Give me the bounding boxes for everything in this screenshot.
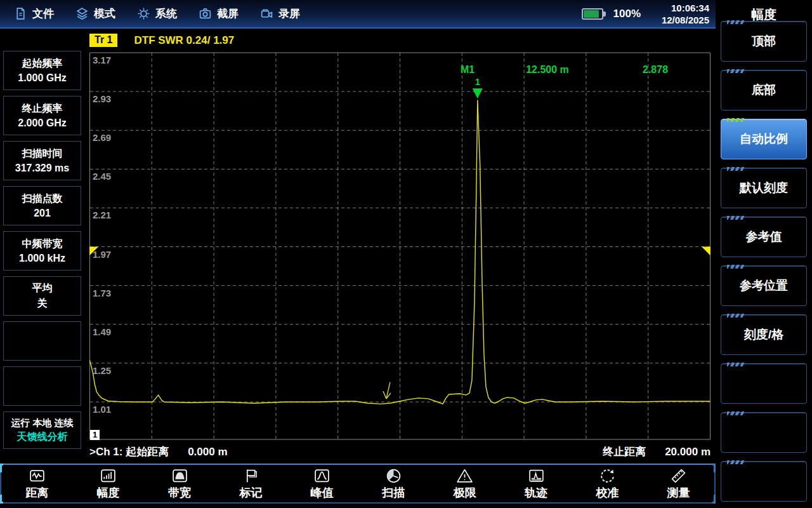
function-toolbar: 距离幅度带宽标记峰值扫描极限轨迹校准测量: [0, 464, 716, 504]
menu-截屏[interactable]: 截屏: [199, 6, 239, 21]
tool-极限[interactable]: 极限: [429, 465, 500, 502]
y-axis-label: 1.97: [93, 249, 111, 260]
softkey-stripes: [727, 20, 745, 24]
peak-icon: [313, 467, 331, 485]
menu-模式[interactable]: 模式: [75, 6, 115, 21]
clock: 10:06:34 12/08/2025: [648, 2, 709, 26]
param-label: 平均: [32, 282, 53, 295]
calibrate-icon: [599, 467, 616, 485]
param-label: 起始频率: [22, 57, 63, 70]
top-menu-bar: 文件模式系统截屏录屏 100% 10:06:34 12/08/2025: [0, 0, 716, 29]
softkey-label: 自动比例: [740, 131, 788, 147]
tool-测量[interactable]: 测量: [643, 465, 714, 502]
camera-icon: [199, 7, 212, 20]
menu-label: 录屏: [278, 6, 300, 21]
softkey-empty[interactable]: [721, 412, 807, 453]
tool-label: 轨迹: [525, 485, 547, 500]
param-box[interactable]: 终止频率2.000 GHz: [3, 96, 81, 135]
analyzer-screen: 文件模式系统截屏录屏 100% 10:06:34 12/08/2025 起始频率…: [0, 0, 812, 508]
param-box[interactable]: 起始频率1.000 GHz: [3, 51, 81, 90]
tool-label: 标记: [239, 485, 262, 500]
distance-icon: [29, 467, 46, 485]
trace-badge: Tr 1: [89, 34, 117, 47]
chart-canvas: [89, 52, 710, 440]
menu-label: 系统: [155, 6, 177, 21]
parameter-panel: 起始频率1.000 GHz终止频率2.000 GHz扫描时间317.329 ms…: [3, 51, 81, 449]
tool-距离[interactable]: 距离: [1, 465, 72, 502]
menu-label: 模式: [94, 6, 115, 21]
y-axis-label: 2.45: [93, 171, 111, 182]
y-axis-label: 2.93: [93, 93, 111, 104]
battery-icon: [582, 8, 606, 20]
softkey-stripes: [727, 411, 745, 415]
softkey-panel: 幅度 顶部底部自动比例默认刻度参考值参考位置刻度/格: [716, 0, 812, 508]
marker-distance: 12.500 m: [516, 64, 579, 76]
param-box[interactable]: 中频带宽1.000 kHz: [3, 231, 81, 271]
y-axis-label: 2.69: [93, 132, 111, 143]
mode-name-text: 天馈线分析: [17, 431, 68, 444]
softkey-参考值[interactable]: 参考值: [721, 217, 807, 257]
softkey-stripes: [727, 118, 745, 122]
softkey-stripes: [727, 265, 745, 269]
tool-轨迹[interactable]: 轨迹: [501, 465, 572, 502]
param-box[interactable]: 扫描点数201: [3, 186, 81, 225]
softkey-stripes: [727, 363, 745, 366]
tool-校准[interactable]: 校准: [572, 465, 643, 502]
softkey-label: 参考值: [746, 229, 782, 245]
tool-扫描[interactable]: 扫描: [358, 465, 429, 502]
tool-带宽[interactable]: 带宽: [144, 465, 215, 502]
file-icon: [14, 7, 27, 20]
param-label: 扫描点数: [22, 192, 63, 206]
softkey-默认刻度[interactable]: 默认刻度: [721, 168, 807, 208]
bandwidth-icon: [171, 467, 188, 485]
tool-幅度[interactable]: 幅度: [72, 465, 143, 502]
stop-distance: 终止距离20.000 m: [603, 444, 710, 459]
softkey-参考位置[interactable]: 参考位置: [721, 265, 807, 306]
softkey-stripes: [727, 167, 745, 171]
gear-icon: [137, 7, 150, 20]
dtf-swr-chart: M1 12.500 m 2.878 1 1 3.172.932.692.452.…: [89, 52, 710, 440]
toolbar-corner: [0, 464, 3, 472]
marker-value: 2.878: [643, 64, 668, 76]
softkey-自动比例[interactable]: 自动比例: [721, 119, 807, 159]
date-text: 12/08/2025: [648, 14, 709, 26]
softkey-empty[interactable]: [721, 461, 807, 502]
softkey-stripes: [727, 460, 745, 464]
tool-label: 距离: [25, 485, 48, 500]
param-box[interactable]: 扫描时间317.329 ms: [3, 141, 81, 180]
reference-level-triangle: [702, 247, 710, 256]
param-value: 1.000 kHz: [19, 253, 65, 264]
tool-label: 扫描: [382, 485, 405, 500]
param-box-empty[interactable]: [3, 366, 81, 406]
softkey-empty[interactable]: [721, 363, 807, 404]
softkey-label: 底部: [752, 82, 776, 98]
param-label: 终止频率: [22, 102, 63, 116]
tool-label: 峰值: [311, 485, 334, 500]
trace-measurement-label: DTF SWR 0.24/ 1.97: [134, 34, 234, 47]
menu-录屏[interactable]: 录屏: [260, 6, 300, 21]
tool-峰值[interactable]: 峰值: [287, 465, 358, 502]
menu-系统[interactable]: 系统: [137, 6, 177, 21]
softkey-顶部[interactable]: 顶部: [721, 21, 807, 62]
param-value: 1.000 GHz: [18, 72, 66, 84]
param-box[interactable]: 平均关: [3, 276, 81, 316]
softkey-label: 默认刻度: [740, 180, 788, 196]
tool-标记[interactable]: 标记: [215, 465, 286, 502]
trace-header: Tr 1 DTF SWR 0.24/ 1.97: [89, 34, 234, 47]
param-value: 关: [37, 297, 48, 311]
record-icon: [260, 7, 273, 20]
softkey-label: 参考位置: [740, 277, 788, 294]
tool-label: 幅度: [97, 485, 120, 500]
softkey-stripes: [727, 216, 745, 220]
marker-number-label: 1: [475, 76, 480, 87]
marker-triangle[interactable]: [473, 88, 483, 98]
toolbar-corner: [0, 495, 3, 504]
run-status-text: 运行 本地 连续: [11, 417, 73, 429]
y-axis-label: 1.49: [93, 326, 111, 337]
softkey-底部[interactable]: 底部: [721, 70, 807, 110]
softkey-buttons: 顶部底部自动比例默认刻度参考值参考位置刻度/格: [721, 21, 807, 502]
menu-文件[interactable]: 文件: [14, 6, 54, 21]
softkey-刻度/格[interactable]: 刻度/格: [721, 314, 807, 355]
param-box-empty[interactable]: [3, 321, 81, 361]
channel-badge: 1: [90, 430, 100, 440]
